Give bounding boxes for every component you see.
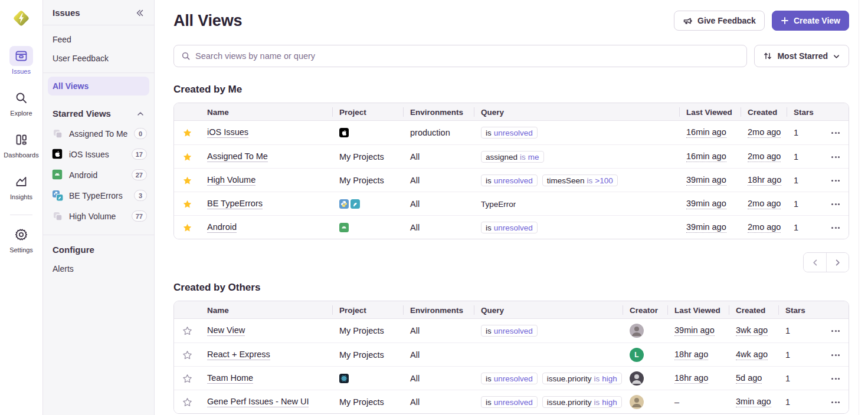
star-cell[interactable] xyxy=(174,390,200,414)
last-viewed-cell: 39min ago xyxy=(667,319,729,342)
created-by-me-table: NameProjectEnvironmentsQueryLast ViewedC… xyxy=(173,103,849,239)
view-name-link[interactable]: Team Home xyxy=(207,373,253,384)
search-icon xyxy=(14,91,28,105)
row-menu-button[interactable] xyxy=(821,192,849,216)
name-cell: Gene Perf Issues - New UI xyxy=(200,390,332,414)
sidebar-item-all-views[interactable]: All Views xyxy=(48,77,149,95)
created-cell: 2mo ago xyxy=(741,192,787,216)
query-chip: TypeError xyxy=(481,200,516,209)
create-view-button[interactable]: Create View xyxy=(772,11,849,31)
org-logo[interactable] xyxy=(11,8,31,28)
star-outline-icon xyxy=(182,397,192,407)
last-viewed-cell: 39min ago xyxy=(679,216,741,239)
row-menu-button[interactable] xyxy=(821,145,849,169)
last-viewed: – xyxy=(674,397,679,407)
view-name-link[interactable]: Assigned To Me xyxy=(207,151,268,162)
view-name-link[interactable]: BE TypeErrors xyxy=(207,199,263,209)
column-header: Creator xyxy=(623,301,667,319)
star-cell[interactable] xyxy=(174,367,200,390)
sidebar-item-feed[interactable]: Feed xyxy=(43,30,154,49)
query-token: is xyxy=(486,398,492,407)
created-time: 2mo ago xyxy=(748,199,781,209)
sort-dropdown[interactable]: Most Starred xyxy=(754,45,849,67)
person-photo xyxy=(630,324,644,338)
project-cell xyxy=(332,367,403,390)
left-icon-rail: Issues Explore Dashboards Insights xyxy=(0,0,43,415)
star-cell[interactable] xyxy=(174,343,200,367)
table-header-row: NameProjectEnvironmentsQueryLast ViewedC… xyxy=(174,103,849,121)
query-token: is xyxy=(594,398,600,407)
environments-cell: All xyxy=(403,145,474,169)
environments-cell: All xyxy=(403,216,474,239)
starred-view-item[interactable]: Assigned To Me0 xyxy=(43,123,154,144)
star-cell[interactable] xyxy=(174,192,200,216)
column-header: Project xyxy=(332,301,403,319)
last-viewed-cell: 39min ago xyxy=(679,192,741,216)
collapse-sidebar-icon[interactable] xyxy=(135,8,145,18)
row-menu-button[interactable] xyxy=(821,367,849,390)
view-name-link[interactable]: Android xyxy=(207,222,237,233)
name-cell: High Volume xyxy=(200,169,332,192)
search-input[interactable] xyxy=(195,51,739,61)
issue-count-badge: 0 xyxy=(134,128,147,139)
rail-item-issues[interactable]: Issues xyxy=(9,46,33,75)
chevron-up-icon[interactable] xyxy=(136,110,145,118)
issue-count-badge: 77 xyxy=(132,210,147,222)
starred-view-item[interactable]: Android27 xyxy=(43,164,154,185)
last-viewed: 16min ago xyxy=(686,151,726,162)
star-cell[interactable] xyxy=(174,121,200,144)
row-menu-button[interactable] xyxy=(821,169,849,192)
previous-page-button[interactable] xyxy=(804,253,826,272)
name-cell: New View xyxy=(200,319,332,342)
query-token: unresolved xyxy=(494,398,533,407)
sidebar-item-user-feedback[interactable]: User Feedback xyxy=(43,49,154,68)
project-cell: My Projects xyxy=(332,319,403,342)
stars-count-cell: 1 xyxy=(787,121,821,144)
row-menu-button[interactable] xyxy=(821,121,849,144)
next-page-button[interactable] xyxy=(826,253,849,272)
apple-project-icon xyxy=(53,149,63,159)
view-name-link[interactable]: React + Express xyxy=(207,350,270,360)
view-name-link[interactable]: New View xyxy=(207,325,245,336)
row-menu-button[interactable] xyxy=(821,216,849,239)
rail-label: Dashboards xyxy=(4,151,38,159)
created-cell: 3wk ago xyxy=(729,319,778,342)
project-label: My Projects xyxy=(339,326,384,335)
stars-count-cell: 1 xyxy=(778,319,821,342)
view-name-link[interactable]: iOS Issues xyxy=(207,127,248,138)
star-filled-icon xyxy=(182,199,192,209)
app-window: Issues Explore Dashboards Insights xyxy=(0,0,868,415)
last-viewed-cell: 18hr ago xyxy=(667,343,729,367)
star-cell[interactable] xyxy=(174,216,200,239)
chevron-right-icon xyxy=(833,258,842,267)
created-cell: 4wk ago xyxy=(729,343,778,367)
android-project-icon xyxy=(53,169,63,179)
row-menu-button[interactable] xyxy=(821,343,849,367)
rail-item-insights[interactable]: Insights xyxy=(9,172,33,200)
rail-item-dashboards[interactable]: Dashboards xyxy=(4,130,38,159)
rail-item-settings[interactable]: Settings xyxy=(9,225,33,253)
star-cell[interactable] xyxy=(174,169,200,192)
star-cell[interactable] xyxy=(174,319,200,342)
starred-view-item[interactable]: iOS Issues17 xyxy=(43,144,154,164)
column-header: Project xyxy=(332,103,403,121)
rail-label: Insights xyxy=(10,193,32,200)
view-name-link[interactable]: High Volume xyxy=(207,175,256,186)
rail-item-explore[interactable]: Explore xyxy=(9,88,33,117)
last-viewed: 18hr ago xyxy=(674,350,708,360)
row-menu-button[interactable] xyxy=(821,319,849,342)
last-viewed: 16min ago xyxy=(686,127,726,138)
column-header: Query xyxy=(474,103,679,121)
star-cell[interactable] xyxy=(174,145,200,169)
starred-view-item[interactable]: BE TypeErrors3 xyxy=(43,185,154,206)
environments-cell: All xyxy=(403,390,474,414)
starred-view-item[interactable]: High Volume77 xyxy=(43,206,154,226)
give-feedback-button[interactable]: Give Feedback xyxy=(674,11,765,31)
name-cell: React + Express xyxy=(200,343,332,367)
creator-cell xyxy=(623,390,667,414)
view-name-link[interactable]: Gene Perf Issues - New UI xyxy=(207,397,309,407)
query-cell: isunresolvedissue.priorityishigh xyxy=(474,390,623,414)
name-cell: Assigned To Me xyxy=(200,145,332,169)
sidebar-item-alerts[interactable]: Alerts xyxy=(43,259,154,278)
row-menu-button[interactable] xyxy=(821,390,849,414)
